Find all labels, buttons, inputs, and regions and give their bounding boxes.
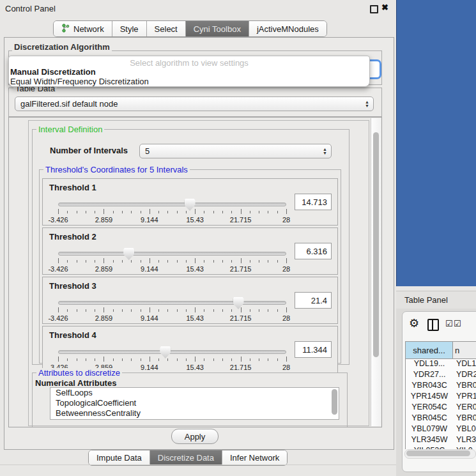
numerical-attributes-list[interactable]: SelfLoopsTopologicalCoefficientBetweenne…	[50, 387, 339, 420]
tick-mark	[231, 309, 232, 312]
tick-mark	[131, 260, 132, 263]
number-of-intervals-combobox[interactable]: 5 ▲▼	[139, 144, 332, 158]
table-row[interactable]: YLR345WYLR3	[406, 435, 476, 446]
cell-shared-name[interactable]: YBR043C	[406, 381, 454, 392]
cell-name[interactable]: YPR1	[454, 392, 476, 403]
viewport-scrollbar-thumb[interactable]	[373, 132, 379, 357]
table-row[interactable]: YBR043CYBR0	[406, 381, 476, 392]
slider-track[interactable]	[58, 203, 286, 206]
tab-network-label: Network	[73, 24, 104, 34]
tick-mark	[150, 357, 150, 362]
tick-mark	[259, 358, 259, 361]
table-hscrollbar-track[interactable]	[404, 449, 476, 459]
tick-mark	[186, 211, 187, 213]
tab-discretize-data[interactable]: Discretize Data	[150, 450, 222, 465]
cell-shared-name[interactable]: YLR345W	[406, 435, 454, 446]
tick-mark	[77, 211, 77, 213]
threshold-value-field[interactable]: 21.4	[295, 292, 332, 309]
table-data-combobox[interactable]: galFiltered.sif default node ▲▼	[15, 96, 374, 111]
table-row[interactable]: YBL079WYBL0	[406, 424, 476, 435]
tick-mark	[131, 358, 132, 361]
tab-impute-data[interactable]: Impute Data	[89, 450, 150, 465]
tick-mark	[86, 260, 86, 263]
table-panel-titlebar: Table Panel	[396, 291, 476, 309]
cell-shared-name[interactable]: YBR045C	[406, 413, 454, 424]
viewport-scrollbar-track[interactable]	[371, 118, 381, 426]
cell-shared-name[interactable]: YER054C	[406, 403, 454, 413]
threshold-slider[interactable]: -3.4262.8599.14415.4321.71528	[58, 247, 286, 273]
threshold-slider[interactable]: -3.4262.8599.14415.4321.71528	[58, 346, 286, 371]
cell-name[interactable]: YBR0	[454, 413, 476, 424]
tab-select[interactable]: Select	[147, 21, 186, 36]
tick-label: 15.43	[186, 314, 204, 322]
slider-track[interactable]	[58, 350, 286, 354]
table-row[interactable]: YDL19...YDL1	[406, 359, 476, 370]
top-tab-bar: Network Style Select Cyni Toolbox jActiv…	[53, 20, 327, 37]
tick-label: 21.715	[230, 216, 252, 224]
cell-name[interactable]: YDR2	[454, 370, 476, 381]
threshold-label: Threshold 1	[49, 183, 96, 192]
tick-mark	[250, 309, 250, 312]
slider-track[interactable]	[58, 252, 286, 256]
tab-network[interactable]: Network	[54, 21, 112, 36]
tab-cyni-toolbox[interactable]: Cyni Toolbox	[186, 21, 249, 36]
tick-mark	[95, 260, 95, 263]
threshold-value-field[interactable]: 11.344	[295, 341, 332, 358]
slider-track[interactable]	[58, 301, 286, 305]
tick-mark	[141, 309, 141, 312]
tick-label: 9.144	[141, 265, 158, 273]
attribute-list-item[interactable]: TopologicalCoefficient	[50, 398, 339, 408]
table-hscrollbar-thumb[interactable]	[406, 450, 470, 456]
apply-button[interactable]: Apply	[171, 429, 219, 444]
split-columns-icon[interactable]	[427, 319, 439, 331]
float-window-icon[interactable]	[370, 5, 378, 13]
tick-mark	[67, 260, 68, 263]
tick-mark	[204, 211, 204, 213]
tick-label: -3.426	[48, 216, 68, 224]
cell-name[interactable]: YLR3	[454, 435, 476, 446]
cell-name[interactable]: YBL0	[454, 424, 476, 435]
table-row[interactable]: YPR145WYPR1	[406, 392, 476, 403]
tick-mark	[241, 209, 242, 214]
thresholds-group-title: Threshold's Coordinates for 5 Intervals	[43, 165, 190, 174]
cell-shared-name[interactable]: YDR27...	[406, 370, 454, 381]
tab-infer-network-label: Infer Network	[230, 453, 279, 463]
tick-mark	[58, 258, 59, 263]
tab-style[interactable]: Style	[112, 21, 147, 36]
tick-mark	[259, 260, 259, 263]
threshold-value-field[interactable]: 14.713	[295, 194, 332, 210]
threshold-slider[interactable]: -3.4262.8599.14415.4321.71528	[58, 296, 286, 322]
cell-name[interactable]: YDL1	[454, 359, 476, 370]
cell-shared-name[interactable]: YPR145W	[406, 392, 454, 403]
checkbox-icon[interactable]: ☑	[445, 319, 453, 328]
table-row[interactable]: YDR27...YDR2	[406, 370, 476, 381]
algorithm-option-equal-width[interactable]: Equal Width/Frequency Discretization	[10, 77, 149, 86]
algorithm-option-manual[interactable]: Manual Discretization	[10, 67, 96, 77]
tab-infer-network[interactable]: Infer Network	[222, 450, 287, 465]
list-scrollbar-thumb[interactable]	[332, 389, 337, 415]
tick-mark	[141, 260, 141, 263]
close-icon[interactable]: ✖	[381, 3, 388, 12]
tick-mark	[131, 211, 132, 213]
column-header-name[interactable]: n	[453, 342, 476, 358]
cell-shared-name[interactable]: YDL19...	[406, 359, 454, 370]
cell-name[interactable]: YER0	[454, 403, 476, 413]
attribute-list-item[interactable]: SelfLoops	[50, 388, 339, 398]
threshold-slider[interactable]: -3.4262.8599.14415.4321.71528	[58, 198, 286, 224]
attributes-group: Attributes to discretize Numerical Attri…	[32, 372, 348, 427]
cell-name[interactable]: YBR0	[454, 381, 476, 392]
column-header-shared-name[interactable]: shared...	[406, 342, 453, 358]
table-panel-title: Table Panel	[404, 295, 448, 305]
checkbox-icon[interactable]: ☑	[454, 319, 461, 328]
network-view-frame[interactable]: GAL80GACGAL11GAL4GCY1HHAP2	[396, 0, 476, 286]
tick-mark	[122, 211, 123, 213]
table-row[interactable]: YBR045CYBR0	[406, 413, 476, 424]
gear-icon[interactable]: ⚙	[409, 318, 419, 329]
tick-label: 15.43	[186, 364, 204, 371]
tick-mark	[150, 307, 150, 312]
cell-shared-name[interactable]: YBL079W	[406, 424, 454, 435]
table-row[interactable]: YER054CYER0	[406, 403, 476, 413]
threshold-value-field[interactable]: 6.316	[295, 243, 332, 259]
tab-jactivemnodules[interactable]: jActiveMNodules	[249, 21, 326, 36]
attribute-list-item[interactable]: BetweennessCentrality	[50, 408, 339, 418]
